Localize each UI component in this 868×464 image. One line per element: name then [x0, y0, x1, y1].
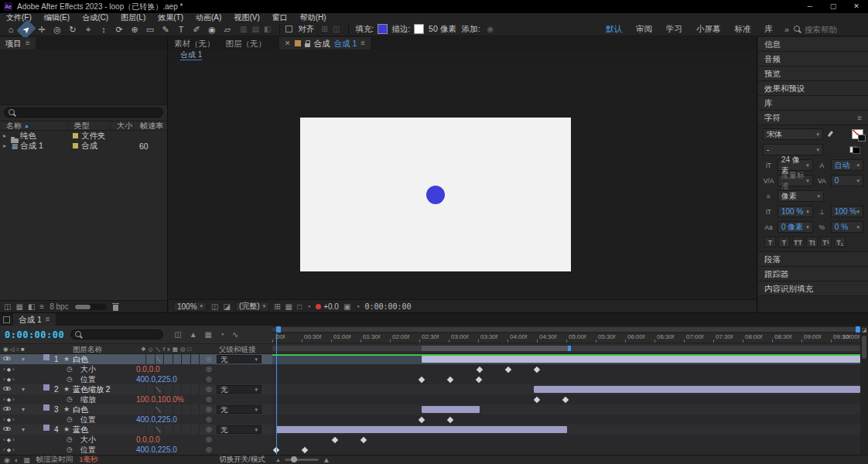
- help-search[interactable]: [794, 25, 859, 34]
- keyframe-navigator[interactable]: ‹◆›: [3, 364, 16, 374]
- tab-layer[interactable]: 图层（无）: [220, 37, 272, 49]
- panel-menu-icon[interactable]: ≡: [26, 37, 30, 49]
- dolly-camera-tool[interactable]: ↕: [96, 23, 111, 36]
- viewer-icon-c1[interactable]: ◔: [355, 302, 360, 311]
- work-area-segment[interactable]: [422, 346, 567, 351]
- project-bottom-icon-2[interactable]: ◧: [28, 302, 35, 311]
- next-keyframe-icon[interactable]: ›: [12, 416, 16, 423]
- project-item-row[interactable]: ▸纯色文件夹: [0, 131, 167, 141]
- project-search-field[interactable]: [4, 107, 163, 118]
- menu-item-7[interactable]: 窗口: [266, 13, 294, 22]
- viewer-icon-b2[interactable]: □: [297, 302, 302, 311]
- panel-header-character[interactable]: 字符 ≡: [758, 111, 868, 125]
- text-color-swatch[interactable]: [852, 129, 863, 139]
- property-value[interactable]: 100.0,100.0%: [136, 394, 184, 404]
- layer-switches[interactable]: ＼: [138, 404, 201, 415]
- parent-dropdown[interactable]: 无▾: [217, 385, 261, 394]
- keyframe[interactable]: [419, 416, 425, 422]
- pan-camera-tool[interactable]: ⌖: [80, 23, 96, 36]
- keyframe[interactable]: [419, 376, 425, 382]
- property-row[interactable]: ‹◆›◷大小0.0,0.0◎: [0, 435, 272, 445]
- comp-navigator-item[interactable]: 合成 1: [180, 49, 202, 60]
- timeline-search-field[interactable]: [70, 329, 163, 339]
- vertical-scale-select[interactable]: 100 % ▾: [777, 206, 813, 217]
- type-tool[interactable]: T: [173, 23, 189, 36]
- workspace-default[interactable]: 默认: [599, 24, 629, 35]
- status-toggle-icon-2[interactable]: ▦: [23, 456, 30, 464]
- next-keyframe-icon[interactable]: ›: [12, 446, 16, 453]
- pickwhip-icon[interactable]: ◎: [206, 445, 212, 455]
- property-row[interactable]: ‹◆›◷位置400.0,225.0◎: [0, 445, 272, 455]
- type-style-button-4[interactable]: T¹: [820, 237, 832, 247]
- bit-depth-indicator[interactable]: 8 bpc: [50, 302, 68, 311]
- menu-item-5[interactable]: 动画(A): [190, 13, 227, 22]
- exposure-control[interactable]: +0.0: [316, 302, 339, 311]
- minimize-button[interactable]: ─: [798, 0, 822, 13]
- pickwhip-icon[interactable]: ◎: [206, 425, 212, 435]
- expand-icon[interactable]: ▾: [22, 354, 25, 364]
- timeline-option-icon-4[interactable]: ∿: [232, 330, 238, 339]
- expand-icon[interactable]: ▾: [22, 384, 25, 394]
- track-row[interactable]: [272, 415, 860, 425]
- track-row[interactable]: [272, 394, 860, 404]
- track-row[interactable]: [272, 435, 860, 445]
- workspace-libraries[interactable]: 库: [757, 24, 780, 35]
- keyframe[interactable]: [476, 376, 482, 382]
- next-keyframe-icon[interactable]: ›: [12, 366, 16, 373]
- parent-dropdown[interactable]: 无▾: [217, 425, 261, 434]
- tab-project[interactable]: 项目 ≡: [0, 37, 36, 49]
- tracking-select[interactable]: 0 ▾: [831, 175, 863, 186]
- zoom-slider[interactable]: [285, 459, 319, 461]
- keyframe-navigator[interactable]: ‹◆›: [3, 374, 16, 384]
- column-header-0[interactable]: 名称▲: [0, 121, 68, 130]
- shape-ellipse[interactable]: [426, 186, 445, 204]
- keyframe-diamond-icon[interactable]: ◆: [7, 417, 12, 422]
- keyframe[interactable]: [447, 416, 453, 422]
- type-style-button-3[interactable]: Tt: [806, 237, 818, 247]
- stopwatch-icon[interactable]: ◷: [67, 364, 73, 374]
- workspace-learn[interactable]: 学习: [659, 24, 689, 35]
- pen-tool[interactable]: ✎: [158, 23, 173, 36]
- keyframe-navigator[interactable]: ‹◆›: [3, 394, 16, 404]
- next-keyframe-icon[interactable]: ›: [12, 436, 16, 443]
- resolution-select[interactable]: (完整) ▾: [235, 302, 269, 312]
- baseline-shift-select[interactable]: 0 像素 ▾: [777, 221, 813, 233]
- orbit-camera-tool[interactable]: ↻: [65, 23, 80, 36]
- menu-item-3[interactable]: 图层(L): [114, 13, 152, 22]
- panel-options-icon[interactable]: ◪: [862, 327, 867, 333]
- close-button[interactable]: ✕: [845, 0, 868, 13]
- timeline-option-icon-3[interactable]: ◔: [220, 330, 224, 339]
- layer-switches[interactable]: ＼: [138, 384, 201, 394]
- brush-tool[interactable]: ✐: [189, 23, 204, 36]
- column-header-1[interactable]: 类型: [68, 121, 111, 130]
- pickwhip-icon[interactable]: ◎: [206, 374, 212, 384]
- keyframe[interactable]: [332, 436, 338, 442]
- time-navigator[interactable]: [272, 326, 860, 333]
- viewer-icon-a0[interactable]: ◫: [211, 302, 218, 311]
- help-search-input[interactable]: [805, 25, 859, 34]
- fill-color-swatch[interactable]: [378, 24, 388, 34]
- property-value[interactable]: 0.0,0.0: [136, 435, 160, 445]
- home-tool[interactable]: ⌂: [3, 23, 19, 36]
- hand-tool[interactable]: ✛: [34, 23, 50, 36]
- zoom-in-icon[interactable]: ▲: [323, 455, 330, 464]
- zoom-tool[interactable]: ◎: [50, 23, 65, 36]
- status-toggle-icon-1[interactable]: ◐: [15, 456, 19, 464]
- layer-switches[interactable]: ＼: [138, 425, 201, 435]
- disclosure-icon[interactable]: ▸: [0, 132, 9, 139]
- menu-item-6[interactable]: 视图(V): [227, 13, 265, 22]
- property-row[interactable]: ‹◆›◷大小0.0,0.0◎: [0, 364, 272, 374]
- layer-label-color[interactable]: [43, 425, 50, 431]
- workspace-review[interactable]: 审阅: [629, 24, 659, 35]
- viewer-icon-b1[interactable]: ▦: [285, 302, 292, 311]
- item-label-color[interactable]: [73, 143, 78, 148]
- pan-behind-tool[interactable]: ⊕: [127, 23, 142, 36]
- tab-footage[interactable]: 素材（无）: [169, 37, 220, 49]
- property-row[interactable]: ‹◆›◷位置400.0,225.0◎: [0, 415, 272, 425]
- font-family-select[interactable]: 宋体 ▾: [763, 128, 823, 140]
- tab-timeline-comp[interactable]: 合成 1 ≡: [13, 313, 56, 326]
- shape-tool[interactable]: ▭: [142, 23, 158, 36]
- layer-row[interactable]: ▾1★白色＼◎无▾: [0, 354, 272, 364]
- panel-header-effects-presets[interactable]: 效果和预设: [758, 81, 868, 96]
- project-bottom-icon-3[interactable]: ≡: [39, 302, 44, 311]
